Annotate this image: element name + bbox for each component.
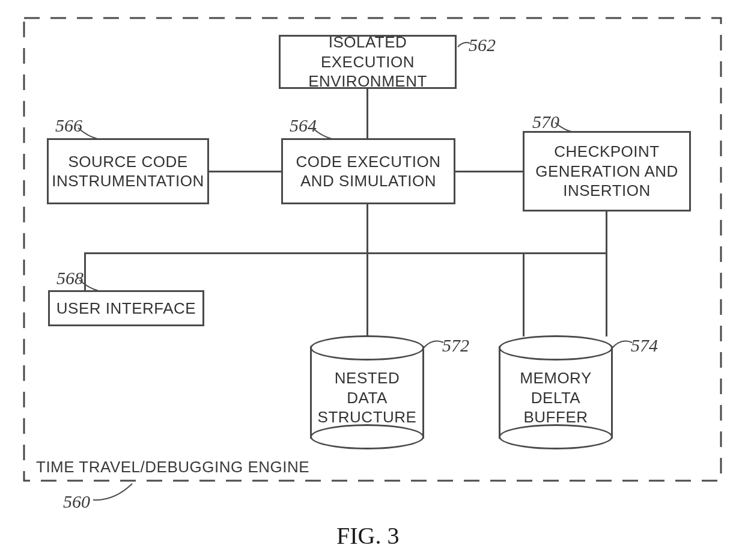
ref-nested: 572 — [442, 335, 469, 356]
leader-562 — [457, 36, 475, 54]
box-isolated-env-label: ISOLATED EXECUTION ENVIRONMENT — [281, 32, 455, 91]
cyl-nested-label: NESTED DATA STRUCTURE — [310, 368, 424, 427]
box-code-exec-label: CODE EXECUTION AND SIMULATION — [296, 152, 440, 191]
cyl-nested: NESTED DATA STRUCTURE — [310, 335, 424, 449]
connector-codeexec-to-checkpoint — [455, 171, 523, 172]
leader-570 — [554, 119, 578, 135]
connector-bus-to-memdelta — [523, 252, 525, 336]
box-checkpoint-label: CHECKPOINT GENERATION AND INSERTION — [535, 142, 678, 201]
leader-566 — [77, 123, 101, 141]
leader-572 — [421, 336, 446, 353]
leader-560 — [90, 481, 144, 505]
connector-checkpoint-to-memdelta — [606, 212, 607, 336]
connector-bus-right — [523, 252, 607, 254]
connector-codeexec-down — [366, 204, 368, 252]
box-code-exec: CODE EXECUTION AND SIMULATION — [281, 138, 455, 204]
cyl-mem-delta-label: MEMORY DELTA BUFFER — [499, 368, 613, 427]
connector-isolated-to-codeexec — [366, 89, 368, 138]
box-source-instr-label: SOURCE CODE INSTRUMENTATION — [52, 152, 204, 191]
connector-bus-to-nested — [366, 252, 368, 336]
diagram-canvas: TIME TRAVEL/DEBUGGING ENGINE 560 ISOLATE… — [0, 0, 745, 560]
box-source-instr: SOURCE CODE INSTRUMENTATION — [47, 138, 209, 204]
cyl-mem-delta: MEMORY DELTA BUFFER — [499, 335, 613, 449]
leader-568 — [78, 275, 102, 293]
box-checkpoint: CHECKPOINT GENERATION AND INSERTION — [523, 131, 691, 212]
ref-container: 560 — [63, 492, 90, 512]
ref-mem-delta: 574 — [631, 335, 658, 356]
connector-source-to-codeexec — [209, 171, 281, 172]
leader-564 — [311, 123, 335, 141]
box-isolated-env: ISOLATED EXECUTION ENVIRONMENT — [279, 35, 457, 89]
figure-label: FIG. 3 — [336, 522, 399, 550]
leader-574 — [609, 336, 634, 353]
container-label: TIME TRAVEL/DEBUGGING ENGINE — [36, 458, 309, 476]
box-user-iface-label: USER INTERFACE — [56, 299, 196, 318]
box-user-iface: USER INTERFACE — [48, 290, 204, 326]
